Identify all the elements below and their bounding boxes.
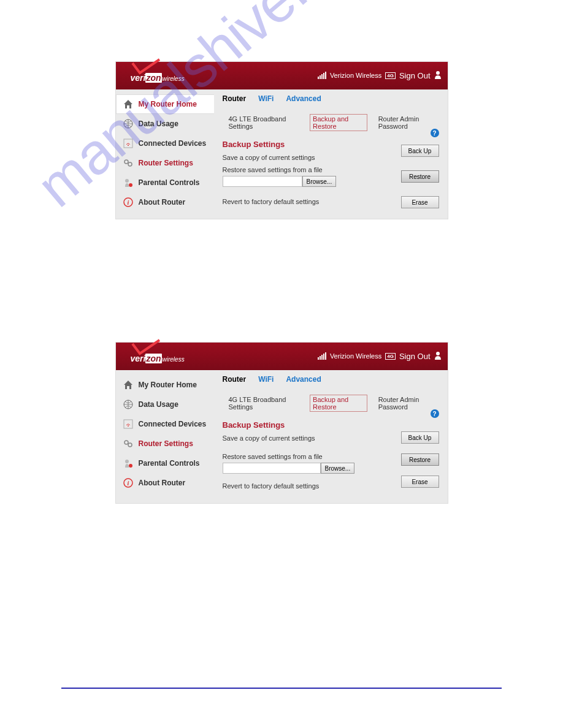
svg-point-13 xyxy=(128,425,129,427)
subtab-backup-restore[interactable]: Backup and Restore xyxy=(310,114,367,131)
sidebar-item-connected-devices[interactable]: Connected Devices xyxy=(116,134,214,153)
svg-point-5 xyxy=(128,162,132,166)
gear-icon xyxy=(123,157,134,169)
router-admin-panel-2: verizonwireless Verizion Wireless 4G Sig… xyxy=(115,342,448,504)
sidebar-item-router-settings[interactable]: Router Settings xyxy=(116,434,214,453)
svg-point-14 xyxy=(124,441,128,444)
backup-button[interactable]: Back Up xyxy=(401,431,439,444)
sidebar: My Router Home Data Usage Connected Devi… xyxy=(116,370,214,503)
content-area: Router WiFi Advanced 4G LTE Broadband Se… xyxy=(214,89,448,219)
home-icon xyxy=(123,379,134,390)
sidebar-item-router-settings[interactable]: Router Settings xyxy=(116,153,214,173)
brand-logo: verizonwireless xyxy=(131,354,185,363)
revert-label: Revert to factory default settings xyxy=(223,482,320,490)
sign-out-link[interactable]: Sign Out xyxy=(399,71,431,80)
sidebar-label-parental: Parental Controls xyxy=(139,459,200,468)
svg-point-3 xyxy=(128,145,129,146)
4g-badge-icon: 4G xyxy=(385,72,396,79)
brand-prefix: veri xyxy=(131,354,146,363)
sidebar-item-parental-controls[interactable]: Parental Controls xyxy=(116,173,214,192)
sidebar-item-about-router[interactable]: i About Router xyxy=(116,192,214,212)
browse-button[interactable]: Browse... xyxy=(321,463,355,474)
panel-body: My Router Home Data Usage Connected Devi… xyxy=(116,89,448,219)
help-icon[interactable]: ? xyxy=(431,129,439,137)
wifi-device-icon xyxy=(123,138,134,149)
brand-prefix: veri xyxy=(131,73,146,83)
sidebar-item-data-usage[interactable]: Data Usage xyxy=(116,395,214,414)
sidebar-item-parental-controls[interactable]: Parental Controls xyxy=(116,453,214,473)
backup-button[interactable]: Back Up xyxy=(401,145,439,157)
save-copy-label: Save a copy of current settings xyxy=(223,154,315,161)
erase-button[interactable]: Erase xyxy=(401,196,439,208)
sidebar-label-about: About Router xyxy=(139,198,186,207)
globe-icon xyxy=(123,399,134,410)
tab-wifi[interactable]: WiFi xyxy=(258,375,274,385)
tab-bar: Router WiFi Advanced xyxy=(223,374,439,389)
revert-label: Revert to factory default settings xyxy=(223,198,320,205)
parental-icon xyxy=(123,458,134,469)
brand-suffix: zon xyxy=(145,354,161,363)
info-icon: i xyxy=(123,197,134,208)
gear-icon xyxy=(123,438,134,449)
router-admin-panel: verizonwireless Verizion Wireless 4G Sig… xyxy=(115,61,448,219)
sidebar-item-data-usage[interactable]: Data Usage xyxy=(116,114,214,134)
signal-icon xyxy=(318,352,326,360)
4g-badge-icon: 4G xyxy=(385,353,396,360)
header-bar: verizonwireless Verizion Wireless 4G Sig… xyxy=(116,62,448,89)
brand-sub: wireless xyxy=(163,75,185,82)
action-buttons: Back Up Restore Erase xyxy=(401,145,439,208)
brand-suffix: zon xyxy=(145,73,161,83)
subtab-lte[interactable]: 4G LTE Broadband Settings xyxy=(229,396,299,411)
file-path-input[interactable] xyxy=(223,176,302,187)
file-path-input[interactable] xyxy=(223,463,321,474)
svg-point-6 xyxy=(125,179,129,183)
subtab-admin-password[interactable]: Router Admin Password xyxy=(378,115,439,130)
erase-button[interactable]: Erase xyxy=(401,476,439,488)
tab-router[interactable]: Router xyxy=(223,375,247,385)
subtab-bar: 4G LTE Broadband Settings Backup and Res… xyxy=(223,389,439,418)
action-buttons: Back Up Restore Erase xyxy=(401,431,439,488)
header-bar: verizonwireless Verizion Wireless 4G Sig… xyxy=(116,343,448,370)
brand-logo: verizonwireless xyxy=(131,73,185,83)
parental-icon xyxy=(123,177,134,188)
restore-button[interactable]: Restore xyxy=(401,170,439,183)
footer-rule xyxy=(61,688,502,689)
sidebar: My Router Home Data Usage Connected Devi… xyxy=(116,89,214,219)
sidebar-item-about-router[interactable]: i About Router xyxy=(116,473,214,493)
svg-point-4 xyxy=(124,160,128,164)
section-title: Backup Settings xyxy=(223,420,439,430)
sidebar-item-my-router-home[interactable]: My Router Home xyxy=(116,375,214,395)
globe-icon xyxy=(123,118,134,129)
svg-text:i: i xyxy=(127,480,129,487)
content-area: Router WiFi Advanced 4G LTE Broadband Se… xyxy=(214,370,448,503)
info-icon: i xyxy=(123,477,134,488)
subtab-backup-restore[interactable]: Backup and Restore xyxy=(310,395,367,412)
svg-text:i: i xyxy=(127,199,129,206)
carrier-label: Verizion Wireless xyxy=(330,352,381,360)
sidebar-label-devices: Connected Devices xyxy=(139,139,207,148)
help-icon[interactable]: ? xyxy=(431,409,439,418)
carrier-label: Verizion Wireless xyxy=(330,72,381,79)
signal-icon xyxy=(318,72,326,79)
sidebar-label-settings: Router Settings xyxy=(139,159,193,167)
home-icon xyxy=(123,99,134,110)
subtab-admin-password[interactable]: Router Admin Password xyxy=(378,396,439,411)
sidebar-label-data: Data Usage xyxy=(139,119,178,128)
sidebar-item-connected-devices[interactable]: Connected Devices xyxy=(116,414,214,434)
user-icon xyxy=(434,351,442,361)
sidebar-label-parental: Parental Controls xyxy=(139,178,200,187)
sidebar-item-my-router-home[interactable]: My Router Home xyxy=(116,94,214,114)
subtab-bar: 4G LTE Broadband Settings Backup and Res… xyxy=(223,108,439,137)
sidebar-label-settings: Router Settings xyxy=(139,439,193,448)
restore-button[interactable]: Restore xyxy=(401,453,439,466)
browse-button[interactable]: Browse... xyxy=(302,176,337,187)
tab-router[interactable]: Router xyxy=(223,94,247,104)
sign-out-link[interactable]: Sign Out xyxy=(399,352,431,361)
subtab-lte[interactable]: 4G LTE Broadband Settings xyxy=(229,115,299,130)
svg-point-17 xyxy=(129,464,132,468)
sidebar-label-home: My Router Home xyxy=(139,381,197,389)
sidebar-label-devices: Connected Devices xyxy=(139,420,207,428)
tab-advanced[interactable]: Advanced xyxy=(286,375,321,385)
tab-wifi[interactable]: WiFi xyxy=(258,94,274,104)
tab-advanced[interactable]: Advanced xyxy=(286,94,321,104)
